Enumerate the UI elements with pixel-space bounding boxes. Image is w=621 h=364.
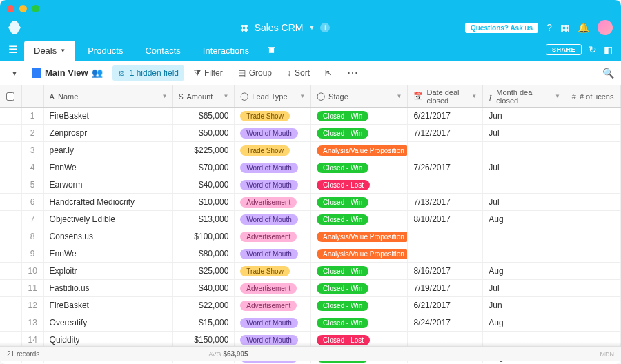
cell-stage[interactable]: Closed - Win xyxy=(311,125,408,141)
cell-lead-type[interactable]: Word of Mouth xyxy=(235,176,311,193)
row-checkbox[interactable] xyxy=(0,297,22,314)
cell-month-closed[interactable] xyxy=(483,245,566,262)
column-header-amount[interactable]: $Amount▼ xyxy=(173,85,235,107)
cell-name[interactable]: EnnWe xyxy=(44,159,174,176)
column-header-licenses[interactable]: ## of licens xyxy=(566,85,621,107)
cell-amount[interactable]: $70,000 xyxy=(173,159,235,176)
cell-licenses[interactable] xyxy=(566,159,621,176)
cell-amount[interactable]: $100,000 xyxy=(173,228,235,245)
table-row[interactable]: 5Earworm$40,000Word of MouthClosed - Los… xyxy=(0,176,621,194)
cell-stage[interactable]: Analysis/Value Proposition xyxy=(311,245,408,262)
table-row[interactable]: 8Consens.us$100,000AdvertisementAnalysis… xyxy=(0,228,621,245)
cell-date-closed[interactable] xyxy=(408,142,483,159)
cell-licenses[interactable] xyxy=(566,108,621,124)
help-icon[interactable]: ? xyxy=(546,22,552,33)
cell-name[interactable]: pear.ly xyxy=(44,142,174,159)
user-avatar[interactable] xyxy=(598,20,613,35)
cell-date-closed[interactable] xyxy=(408,228,483,245)
cell-month-closed[interactable]: Jul xyxy=(483,125,566,141)
cell-amount[interactable]: $15,000 xyxy=(173,314,235,331)
cell-stage[interactable]: Closed - Win xyxy=(311,280,408,296)
cell-stage[interactable]: Analysis/Value Proposition xyxy=(311,228,408,245)
menu-icon[interactable]: ☰ xyxy=(8,43,17,56)
cell-stage[interactable]: Closed - Win xyxy=(311,263,408,279)
app-logo-icon[interactable] xyxy=(8,21,21,34)
filter-button[interactable]: ⧩ Filter xyxy=(188,65,228,81)
cell-lead-type[interactable]: Word of Mouth xyxy=(235,159,311,176)
cell-lead-type[interactable]: Advertisement xyxy=(235,297,311,314)
cell-licenses[interactable] xyxy=(566,125,621,141)
cell-licenses[interactable] xyxy=(566,228,621,245)
cell-licenses[interactable] xyxy=(566,245,621,262)
cell-stage[interactable]: Closed - Win xyxy=(311,297,408,314)
tab-interactions[interactable]: Interactions xyxy=(193,41,259,61)
cell-amount[interactable]: $22,000 xyxy=(173,297,235,314)
cell-licenses[interactable] xyxy=(566,280,621,296)
table-row[interactable]: 6Handcrafted Mediocrity$10,000Advertisem… xyxy=(0,194,621,211)
row-checkbox[interactable] xyxy=(0,263,22,279)
cell-date-closed[interactable]: 7/13/2017 xyxy=(408,194,483,210)
cell-amount[interactable]: $10,000 xyxy=(173,194,235,210)
row-checkbox[interactable] xyxy=(0,125,22,141)
cell-month-closed[interactable] xyxy=(483,142,566,159)
column-header-lead-type[interactable]: ◯Lead Type▼ xyxy=(235,85,311,107)
cell-lead-type[interactable]: Advertisement xyxy=(235,228,311,245)
cell-month-closed[interactable]: Jun xyxy=(483,108,566,124)
hidden-fields-button[interactable]: ⦻ 1 hidden field xyxy=(112,65,184,81)
cell-date-closed[interactable]: 7/19/2017 xyxy=(408,280,483,296)
cell-stage[interactable]: Closed - Win xyxy=(311,194,408,210)
cell-licenses[interactable] xyxy=(566,263,621,279)
row-checkbox[interactable] xyxy=(0,159,22,176)
cell-amount[interactable]: $13,000 xyxy=(173,211,235,228)
cell-date-closed[interactable]: 7/12/2017 xyxy=(408,125,483,141)
share-button[interactable]: SHARE xyxy=(546,44,582,55)
blocks-icon[interactable]: ◧ xyxy=(604,44,613,55)
base-title[interactable]: ▦ Sales CRM ▼ i xyxy=(240,22,331,33)
group-button[interactable]: ▤ Group xyxy=(233,65,277,81)
cell-lead-type[interactable]: Advertisement xyxy=(235,280,311,296)
cell-name[interactable]: Handcrafted Mediocrity xyxy=(44,194,174,210)
cell-month-closed[interactable] xyxy=(483,228,566,245)
cell-licenses[interactable] xyxy=(566,314,621,331)
cell-lead-type[interactable]: Word of Mouth xyxy=(235,211,311,228)
column-header-name[interactable]: AName▼ xyxy=(44,85,174,107)
cell-name[interactable]: Fastidio.us xyxy=(44,280,174,296)
table-row[interactable]: 11Fastidio.us$40,000AdvertisementClosed … xyxy=(0,280,621,297)
amount-summary[interactable]: AVG $63,905 xyxy=(208,350,248,358)
cell-name[interactable]: Zenprospr xyxy=(44,125,174,141)
tab-products[interactable]: Products xyxy=(78,41,132,61)
cell-amount[interactable]: $65,000 xyxy=(173,108,235,124)
table-row[interactable]: 7Objectively Edible$13,000Word of MouthC… xyxy=(0,211,621,228)
view-switcher[interactable]: Main View 👥 xyxy=(26,65,108,81)
row-checkbox[interactable] xyxy=(0,228,22,245)
maximize-window-icon[interactable] xyxy=(32,5,39,12)
cell-month-closed[interactable]: Aug xyxy=(483,314,566,331)
column-header-date-closed[interactable]: 📅Date deal closed▼ xyxy=(408,85,483,107)
share-view-icon[interactable]: ⇱ xyxy=(319,65,337,81)
cell-amount[interactable]: $25,000 xyxy=(173,263,235,279)
apps-icon[interactable]: ▦ xyxy=(560,22,569,33)
close-window-icon[interactable] xyxy=(7,5,14,12)
table-row[interactable]: 9EnnWe$80,000Word of MouthAnalysis/Value… xyxy=(0,245,621,263)
search-icon[interactable]: 🔍 xyxy=(602,68,614,79)
cell-date-closed[interactable]: 6/21/2017 xyxy=(408,297,483,314)
cell-licenses[interactable] xyxy=(566,142,621,159)
cell-stage[interactable]: Closed - Win xyxy=(311,159,408,176)
minimize-window-icon[interactable] xyxy=(19,5,27,12)
cell-month-closed[interactable]: Jun xyxy=(483,297,566,314)
cell-lead-type[interactable]: Word of Mouth xyxy=(235,245,311,262)
row-checkbox[interactable] xyxy=(0,280,22,296)
cell-name[interactable]: EnnWe xyxy=(44,245,174,262)
cell-lead-type[interactable]: Trade Show xyxy=(235,263,311,279)
table-row[interactable]: 12FireBasket$22,000AdvertisementClosed -… xyxy=(0,297,621,314)
cell-name[interactable]: Earworm xyxy=(44,176,174,193)
views-menu-icon[interactable]: ▾ xyxy=(7,65,22,81)
table-row[interactable]: 4EnnWe$70,000Word of MouthClosed - Win7/… xyxy=(0,159,621,176)
row-checkbox[interactable] xyxy=(0,245,22,262)
select-all-checkbox[interactable] xyxy=(0,85,22,107)
questions-button[interactable]: Questions? Ask us xyxy=(465,23,538,33)
cell-month-closed[interactable] xyxy=(483,176,566,193)
cell-name[interactable]: Consens.us xyxy=(44,228,174,245)
cell-name[interactable]: Overeatify xyxy=(44,314,174,331)
cell-lead-type[interactable]: Advertisement xyxy=(235,194,311,210)
